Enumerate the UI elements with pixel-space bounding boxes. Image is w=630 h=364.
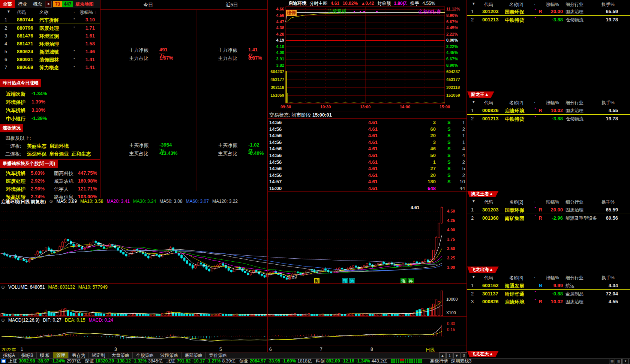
col-name[interactable]: 名称[2] <box>509 100 523 106</box>
tick-row[interactable]: 14:56 4.61 3 S 1 <box>267 119 467 126</box>
flow-recent5-title[interactable]: 近5日 <box>196 1 267 8</box>
sector-index-row[interactable]: 2 880796 医废处理 ▪ 1.71 <box>0 24 100 32</box>
col-code[interactable]: 代码 <box>17 9 26 16</box>
qinlongwangzhe-banner[interactable]: 擒龙王者▲ <box>467 191 499 197</box>
stock-row[interactable]: 1 301203 国泰环保 ▪ R 20.00 固废治理 65.59 <box>467 7 630 16</box>
col-code[interactable]: 代码 <box>484 100 493 106</box>
money-sector-pct: 2.90% <box>31 186 45 192</box>
col-pct[interactable]: 涨幅% <box>546 1 559 8</box>
stock-row[interactable]: 3 000826 启迪环境 ▪ R 10.02 固废治理 4.55 <box>467 298 630 306</box>
daily-kline-plot[interactable] <box>0 198 467 352</box>
col-pct[interactable]: 涨幅% <box>546 100 559 106</box>
sector-index-row[interactable]: 6 880931 装饰园林 ▪ 1.41 <box>0 55 100 63</box>
col-pct[interactable]: 涨幅% <box>546 275 559 281</box>
col-name[interactable]: 名称 <box>39 9 48 16</box>
sector-map-link[interactable]: 板块地图 <box>75 1 93 7</box>
tick-row[interactable]: 14:56 4.61 1 S 2 <box>267 159 467 166</box>
window-icon[interactable]: ▥ <box>616 359 622 364</box>
col-name[interactable]: 名称[3] <box>509 275 523 281</box>
hot-item[interactable]: 中小银行 -1.39% <box>0 114 100 123</box>
col-industry[interactable]: 细分行业 <box>566 275 584 281</box>
sort-triangle-icon[interactable]: ▼ <box>472 100 476 104</box>
col-turnover[interactable]: 换手% <box>602 275 615 281</box>
index-quote[interactable]: 北证791.82-10.17-1.27%8.39亿 <box>166 358 236 364</box>
stock-row[interactable]: 1 603162 海通发展 N 9.99 航运 4.34 <box>467 282 630 290</box>
col-code[interactable]: 代码 <box>484 1 493 8</box>
hot-item[interactable]: 近端次新 -1.34% <box>0 90 100 98</box>
tick-row[interactable]: 14:56 4.61 20 S 1 <box>267 132 467 139</box>
money-row[interactable]: 汽车拆解 5.03% 固高科技 447.75% <box>0 169 100 177</box>
flow-today-title[interactable]: 今日 <box>100 1 196 8</box>
index-quote[interactable]: 科创892.09-12.16-1.34%443.2亿 <box>316 358 387 364</box>
collapse-icon[interactable]: ⊙ <box>1 285 5 290</box>
stock-row[interactable]: 2 001213 中铁特货 ▪ -3.88 仓储物流 19.78 <box>467 115 630 123</box>
sector-index-row[interactable]: 3 881476 环境监测 1.61 <box>0 32 100 40</box>
lianban-stocks[interactable]: 美丽生态 启迪环境 <box>27 143 69 150</box>
stock-row[interactable]: 1 000826 启迪环境 ▪ R 10.02 固废治理 4.55 <box>467 106 630 115</box>
index-quote[interactable]: 上证3092.98-38.97-1.24%2937亿 <box>8 358 81 364</box>
col-pct[interactable]: 涨幅% <box>80 9 93 16</box>
index-quote[interactable]: 深证10320.39-138.12-1.32%3845亿 <box>85 358 163 364</box>
stock-row[interactable]: 1 301203 国泰环保 ▪ R 20.00 固废治理 65.59 <box>467 206 630 214</box>
tick-row[interactable]: 14:56 4.61 3 S 1 <box>267 139 467 146</box>
minute-time-tick: 14:00 <box>397 105 413 109</box>
col-industry[interactable]: 细分行业 <box>566 199 584 205</box>
stock-row[interactable]: 2 301137 哈焊华通 ▪ -0.88 金属制品 72.04 <box>467 290 630 298</box>
col-code[interactable]: 代码 <box>484 275 493 281</box>
row-change-pct: -0.88 <box>544 291 563 297</box>
tick-row[interactable]: 14:57 4.61 180 S 10 <box>267 178 467 185</box>
lianban-level-label: 二连板: <box>5 151 21 157</box>
feilongzaitian-banner[interactable]: 飞龙在天▲ <box>467 351 499 357</box>
sector-index-row[interactable]: 1 880744 汽车拆解 ▪ 3.10 <box>0 16 100 24</box>
sector-index-row[interactable]: 4 881471 环境治理 1.58 <box>0 40 100 48</box>
stock-row[interactable]: 2 001360 南矿集团 ▪ R -2.96 能源及重型设备 60.56 <box>467 214 630 222</box>
col-name[interactable]: 名称[2] <box>509 199 523 205</box>
group2-header: ▼ 代码 名称[2] · 涨幅% 细分行业 换手% <box>467 99 630 106</box>
sort-triangle-icon[interactable]: ▼ <box>472 275 476 279</box>
row-code: 001360 <box>482 215 498 221</box>
tab-all[interactable]: 全部 <box>0 0 15 8</box>
col-name[interactable]: 名称[2] <box>509 1 523 8</box>
chevron-right-icon[interactable]: > <box>45 1 52 7</box>
col-pct[interactable]: 涨幅% <box>546 199 559 205</box>
market-chart-icon[interactable] <box>1 359 6 363</box>
col-industry[interactable]: 细分行业 <box>566 1 584 8</box>
sort-triangle-icon[interactable]: ▼ <box>7 9 10 13</box>
server-line-label[interactable]: 深圳双线3 <box>451 358 472 364</box>
window-icon[interactable]: ▤ <box>609 359 615 364</box>
feilongchuhai-banner[interactable]: 飞龙出海▲ <box>467 267 499 273</box>
col-code[interactable]: 代码 <box>484 199 493 205</box>
tick-row[interactable]: 14:56 4.61 46 S 4 <box>267 145 467 152</box>
event-badge[interactable]: 财 <box>314 278 320 283</box>
window-icon[interactable]: ▾ <box>622 359 628 364</box>
minute-chart-plot[interactable] <box>267 0 467 111</box>
index-quote[interactable]: 创业2084.97-33.95-1.60%1818亿 <box>239 358 312 364</box>
quote-mode-label[interactable]: 高级行情 <box>430 358 448 364</box>
tick-row[interactable]: 14:56 4.61 60 S 2 <box>267 126 467 133</box>
tab-industry[interactable]: 行业 <box>15 0 30 8</box>
hot-item[interactable]: 汽车拆解 3.10% <box>0 106 100 114</box>
col-industry[interactable]: 细分行业 <box>566 100 584 106</box>
tick-row[interactable]: 14:56 4.61 50 S 4 <box>267 152 467 159</box>
julongwang-banner[interactable]: 聚龙王▲ <box>467 91 494 98</box>
sort-triangle-icon[interactable]: ▼ <box>472 1 476 6</box>
money-row[interactable]: 环境保护 2.90% 信宇人 121.71% <box>0 185 100 193</box>
sector-index-row[interactable]: 7 880669 算力概念 ▪ 1.41 <box>0 63 100 71</box>
sort-triangle-icon[interactable]: ▼ <box>472 199 476 203</box>
tab-concept[interactable]: 概念 <box>30 0 45 8</box>
col-turnover[interactable]: 换手% <box>602 1 615 8</box>
collapse-icon[interactable]: ⊙ <box>1 318 5 323</box>
sector-index-row[interactable]: 5 880624 新型城镇 ▪ 1.46 <box>0 48 100 55</box>
tick-row[interactable]: 14:56 4.61 20 S 2 <box>267 172 467 179</box>
lianban-stocks[interactable]: 远达环保 皇台酒业 正和生态 <box>27 151 91 157</box>
row-industry: 固废治理 <box>566 207 584 213</box>
tick-row[interactable]: 15:00 4.61 648 44 <box>267 185 467 192</box>
col-turnover[interactable]: 换手% <box>602 199 615 205</box>
hot-item[interactable]: 环境保护 1.39% <box>0 98 100 106</box>
tick-row[interactable]: 14:56 4.61 27 S 5 <box>267 165 467 172</box>
col-turnover[interactable]: 换手% <box>602 100 615 106</box>
lianban-level-label: 四板及以上: <box>5 135 31 142</box>
money-row[interactable]: 医废处理 2.92% 威马农机 160.98% <box>0 177 100 185</box>
stock-row[interactable]: 2 001213 中铁特货 ▪ -3.88 仓储物流 19.78 <box>467 16 630 24</box>
minute-price-tick: 4.47 <box>267 19 284 24</box>
